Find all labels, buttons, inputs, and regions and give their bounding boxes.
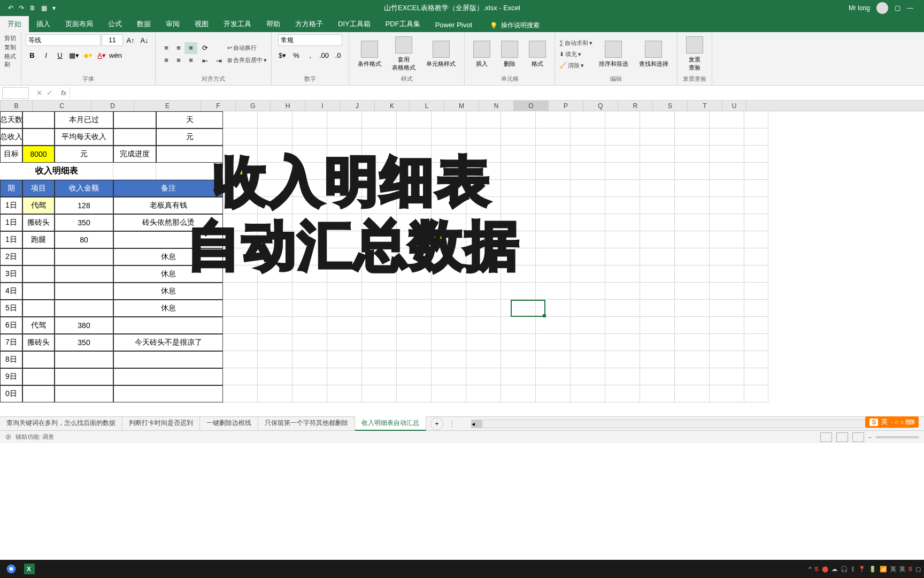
col-header-E[interactable]: E [134,101,201,111]
font-size-select[interactable] [102,34,123,46]
cell-empty[interactable] [327,300,362,317]
cell-empty[interactable] [571,265,605,283]
cell-empty[interactable] [466,300,501,317]
sheet-tab-3[interactable]: 只保留第一个字符其他都删除 [258,416,355,431]
tray-s-icon[interactable]: S [814,566,818,572]
cell-note[interactable]: 休息 [113,300,223,317]
bold-button[interactable]: B [26,49,38,61]
cell-empty[interactable] [223,283,258,300]
cell-empty[interactable] [362,146,397,163]
orientation-button[interactable]: ⟳ [198,42,211,54]
cell-empty[interactable] [536,231,571,248]
cell-date[interactable]: 1日 [0,214,22,231]
cell-empty[interactable] [710,128,744,146]
tab-pdf[interactable]: PDF工具集 [378,16,428,32]
cell-project[interactable]: 搬砖头 [22,214,55,231]
autosum-button[interactable]: 自动求和 [565,39,588,47]
cell-empty[interactable] [397,265,432,283]
col-header-D[interactable]: D [91,101,134,111]
cell-note[interactable]: 砖头依然那么烫 [113,214,223,231]
cell-empty[interactable] [397,214,432,231]
align-center[interactable]: ≡ [172,55,185,66]
wrap-text-button[interactable]: 自动换行 [233,44,257,52]
cell-empty[interactable] [571,214,605,231]
cell-empty[interactable] [640,317,675,334]
cell-empty[interactable] [675,334,710,351]
undo-icon[interactable]: ↶ [8,4,13,12]
cell-empty[interactable] [223,317,258,334]
tray-location-icon[interactable]: 📍 [858,566,866,573]
page-break-button[interactable] [852,432,864,442]
cell[interactable] [156,146,223,163]
cell-empty[interactable] [258,163,292,180]
cell-empty[interactable] [292,111,327,128]
cell-empty[interactable] [223,231,258,248]
cell-empty[interactable] [432,146,466,163]
cell-day-unit[interactable]: 天 [156,111,223,128]
comma-button[interactable]: , [304,49,317,61]
font-family-select[interactable] [26,34,101,46]
tray-wifi-icon[interactable]: 📶 [880,566,887,573]
cell-empty[interactable] [258,317,292,334]
cell-empty[interactable] [640,214,675,231]
find-select-button[interactable]: 查找和选择 [635,39,673,70]
italic-button[interactable]: I [40,49,52,61]
copy-button[interactable]: 复制 [4,43,17,51]
cell-empty[interactable] [327,265,362,283]
tab-data[interactable]: 数据 [129,16,158,32]
cell[interactable] [156,163,223,180]
cell-date[interactable]: 4日 [0,283,22,300]
cell-empty[interactable] [466,334,501,351]
cell-empty[interactable] [362,265,397,283]
cell-empty[interactable] [501,111,536,128]
cell-empty[interactable] [605,248,640,265]
cell-empty[interactable] [258,385,292,402]
cell-empty[interactable] [432,231,466,248]
cell-empty[interactable] [640,128,675,146]
cell-empty[interactable] [605,351,640,368]
tell-me-search[interactable]: 💡 操作说明搜索 [488,19,542,32]
cell-empty[interactable] [605,385,640,402]
cell-empty[interactable] [397,317,432,334]
col-header-M[interactable]: M [444,101,479,111]
cell-avg-income-label[interactable]: 平均每天收入 [55,128,113,146]
cell-empty[interactable] [744,248,768,265]
cell-empty[interactable] [466,368,501,385]
clear-button[interactable]: 清除 [568,62,580,70]
cell-empty[interactable] [466,248,501,265]
cell-empty[interactable] [223,146,258,163]
tab-help[interactable]: 帮助 [259,16,288,32]
cell-empty[interactable] [292,163,327,180]
cell-empty[interactable] [432,248,466,265]
cell-empty[interactable] [744,180,768,197]
cell-empty[interactable] [501,214,536,231]
cell-empty[interactable] [536,180,571,197]
cell-amount[interactable] [55,300,113,317]
cell-empty[interactable] [292,231,327,248]
cell-progress-label[interactable]: 完成进度 [113,146,156,163]
cell-project[interactable] [22,265,55,283]
cell-empty[interactable] [223,128,258,146]
cell-empty[interactable] [327,283,362,300]
tray-ime-icon[interactable]: 英 [890,565,896,573]
cell-empty[interactable] [501,317,536,334]
cell-empty[interactable] [710,368,744,385]
fx-label[interactable]: fx [58,89,70,97]
align-left[interactable]: ≡ [160,55,173,66]
cell-note[interactable] [113,351,223,368]
increase-indent[interactable]: ⇥ [212,55,225,66]
cell-empty[interactable] [466,111,501,128]
cell-empty[interactable] [640,163,675,180]
col-header-J[interactable]: J [340,101,375,111]
cell-empty[interactable] [327,146,362,163]
cell-empty[interactable] [605,334,640,351]
sort-filter-button[interactable]: 排序和筛选 [595,39,633,70]
cell-empty[interactable] [710,300,744,317]
cell-empty[interactable] [397,368,432,385]
cell-date[interactable]: 1日 [0,197,22,214]
page-layout-button[interactable] [836,432,848,442]
cell-empty[interactable] [571,300,605,317]
cell-empty[interactable] [605,317,640,334]
cell-empty[interactable] [292,351,327,368]
align-right[interactable]: ≡ [184,55,197,66]
